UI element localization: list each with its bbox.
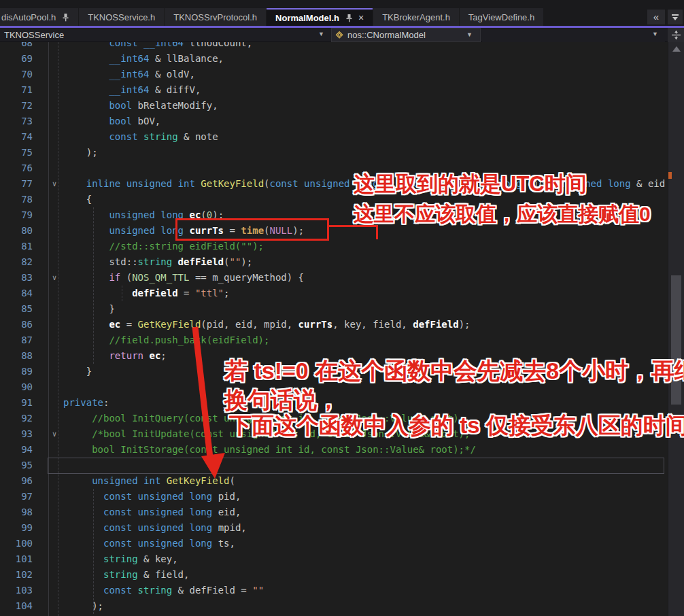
- tab-label: TagViewDefine.h: [468, 12, 534, 22]
- code-line-83[interactable]: 83∨ if (NOS_QM_TTL == m_queryMethod) {: [0, 270, 684, 286]
- code-line-98[interactable]: 98 const unsigned long eid,: [0, 504, 684, 520]
- code-text: {: [63, 192, 92, 207]
- line-number: 94: [0, 442, 33, 458]
- fold-chevron-icon[interactable]: ∨: [49, 176, 60, 192]
- code-line-87[interactable]: 87 //field.push_back(eidField);: [0, 332, 684, 348]
- code-text: string & key,: [63, 551, 178, 567]
- line-number: 102: [0, 567, 33, 583]
- tab-disautopool-h[interactable]: disAutoPool.h: [0, 8, 78, 26]
- scrollbar-up-arrow-icon[interactable]: [672, 46, 681, 52]
- line-number: 82: [0, 254, 33, 270]
- code-text: string & field,: [63, 567, 189, 583]
- code-line-96[interactable]: 96 unsigned int GetKeyField(: [0, 473, 684, 489]
- code-line-94[interactable]: 94 bool InitStorage(const unsigned int i…: [0, 442, 684, 458]
- vertical-scrollbar[interactable]: [668, 42, 684, 616]
- code-text: ec = GetKeyField(pid, eid, mpid, currTs,…: [63, 317, 471, 332]
- navigation-bar: TKNOSService ▼ nos::CNormalModel ▼ ▼: [0, 28, 684, 42]
- fold-chevron-icon[interactable]: ∨: [49, 426, 60, 442]
- code-line-97[interactable]: 97 const unsigned long pid,: [0, 489, 684, 504]
- line-number: 70: [0, 67, 33, 82]
- code-line-100[interactable]: 100 const unsigned long ts,: [0, 536, 684, 551]
- line-number: 72: [0, 98, 33, 114]
- code-text: __int64 & diffV,: [63, 82, 201, 98]
- line-number: 93: [0, 426, 33, 442]
- code-line-84[interactable]: 84 defField = "ttl";: [0, 286, 684, 301]
- window-list-icon[interactable]: [668, 10, 683, 24]
- code-line-91[interactable]: 91private:: [0, 395, 684, 411]
- tab-tknosservice-h[interactable]: TKNOSService.h: [79, 8, 164, 26]
- code-text: //std::string eidField("");: [63, 239, 264, 254]
- tab-tagviewdefine-h[interactable]: TagViewDefine.h: [460, 8, 543, 26]
- code-line-82[interactable]: 82 std::string defField("");: [0, 254, 684, 270]
- code-line-86[interactable]: 86 ec = GetKeyField(pid, eid, mpid, curr…: [0, 317, 684, 332]
- line-number: 79: [0, 207, 33, 223]
- code-line-95[interactable]: 95: [0, 458, 684, 473]
- line-number: 92: [0, 411, 33, 426]
- line-number: 78: [0, 192, 33, 207]
- line-number: 75: [0, 145, 33, 160]
- line-number: 87: [0, 332, 33, 348]
- fold-chevron-icon[interactable]: ∨: [49, 270, 60, 286]
- code-text: unsigned int GetKeyField(: [63, 473, 235, 489]
- pin-icon[interactable]: [345, 14, 353, 22]
- code-line-71[interactable]: 71 __int64 & diffV,: [0, 82, 684, 98]
- chevron-down-icon: ▼: [466, 31, 473, 38]
- tabs: disAutoPool.hTKNOSService.hTKNOSSrvProto…: [0, 8, 544, 26]
- code-text: }: [63, 301, 115, 317]
- annotation-highlight-box: [175, 218, 329, 241]
- annotation-ts-note-line1: 若 ts!=0 在这个函数中会先减去8个小时，再继续，: [224, 356, 684, 387]
- vs-editor-window: 68 const __int64 llnodCount,69 __int64 &…: [0, 0, 684, 616]
- code-text: bool bRelateModify,: [63, 98, 218, 114]
- line-number: 76: [0, 160, 33, 176]
- code-line-73[interactable]: 73 bool bOV,: [0, 114, 684, 129]
- code-line-102[interactable]: 102 string & field,: [0, 567, 684, 583]
- code-line-85[interactable]: 85 }: [0, 301, 684, 317]
- code-line-74[interactable]: 74 const string & note: [0, 129, 684, 145]
- class-icon: [335, 30, 344, 40]
- tab-normalmodel-h[interactable]: NormalModel.h×: [267, 8, 373, 26]
- code-text: if (NOS_QM_TTL == m_queryMethod) {: [63, 270, 304, 286]
- tab-overflow-button[interactable]: «: [647, 10, 665, 24]
- code-text: std::string defField("");: [63, 254, 252, 270]
- code-line-104[interactable]: 104 );: [0, 598, 684, 614]
- annotation-utc-note: 这里取到的就是UTC时间: [354, 170, 587, 199]
- tab-label: disAutoPool.h: [1, 12, 56, 22]
- code-text: defField = "ttl";: [63, 286, 229, 301]
- code-line-99[interactable]: 99 const unsigned long mpid,: [0, 520, 684, 536]
- code-line-101[interactable]: 101 string & key,: [0, 551, 684, 567]
- code-text: );: [63, 145, 98, 160]
- line-number: 83: [0, 270, 33, 286]
- line-number: 89: [0, 364, 33, 379]
- close-icon[interactable]: ×: [358, 12, 364, 23]
- code-line-75[interactable]: 75 );: [0, 145, 684, 160]
- line-number: 73: [0, 114, 33, 129]
- code-line-72[interactable]: 72 bool bRelateModify,: [0, 98, 684, 114]
- split-editor-handle[interactable]: [668, 28, 684, 42]
- code-line-81[interactable]: 81 //std::string eidField("");: [0, 239, 684, 254]
- tab-label: TKNOSService.h: [88, 12, 155, 22]
- code-text: __int64 & oldV,: [63, 67, 195, 82]
- line-number: 104: [0, 598, 33, 614]
- line-number: 100: [0, 536, 33, 551]
- type-dropdown-value: nos::CNormalModel: [347, 30, 426, 40]
- line-number: 88: [0, 348, 33, 364]
- scope-dropdown[interactable]: TKNOSService ▼: [0, 28, 329, 42]
- tab-tknossrvprotocol-h[interactable]: TKNOSSrvProtocol.h: [165, 8, 266, 26]
- line-number: 86: [0, 317, 33, 332]
- type-dropdown[interactable]: nos::CNormalModel ▼: [331, 28, 481, 42]
- line-number: 69: [0, 51, 33, 67]
- line-number: 81: [0, 239, 33, 254]
- line-number: 85: [0, 301, 33, 317]
- code-line-70[interactable]: 70 __int64 & oldV,: [0, 67, 684, 82]
- tab-label: TKNOSSrvProtocol.h: [173, 12, 257, 22]
- line-number: 80: [0, 223, 33, 239]
- line-number: 103: [0, 583, 33, 598]
- scrollbar-annotation-mark: [668, 172, 672, 179]
- tab-tkbrokeragent-h[interactable]: TKBrokerAgent.h: [373, 8, 459, 26]
- pin-icon[interactable]: [62, 13, 69, 22]
- code-text: }: [63, 364, 92, 379]
- code-editor[interactable]: 68 const __int64 llnodCount,69 __int64 &…: [0, 0, 684, 616]
- member-dropdown[interactable]: ▼: [482, 28, 665, 42]
- code-line-69[interactable]: 69 __int64 & llBalance,: [0, 51, 684, 67]
- code-line-103[interactable]: 103 const string & defField = "": [0, 583, 684, 598]
